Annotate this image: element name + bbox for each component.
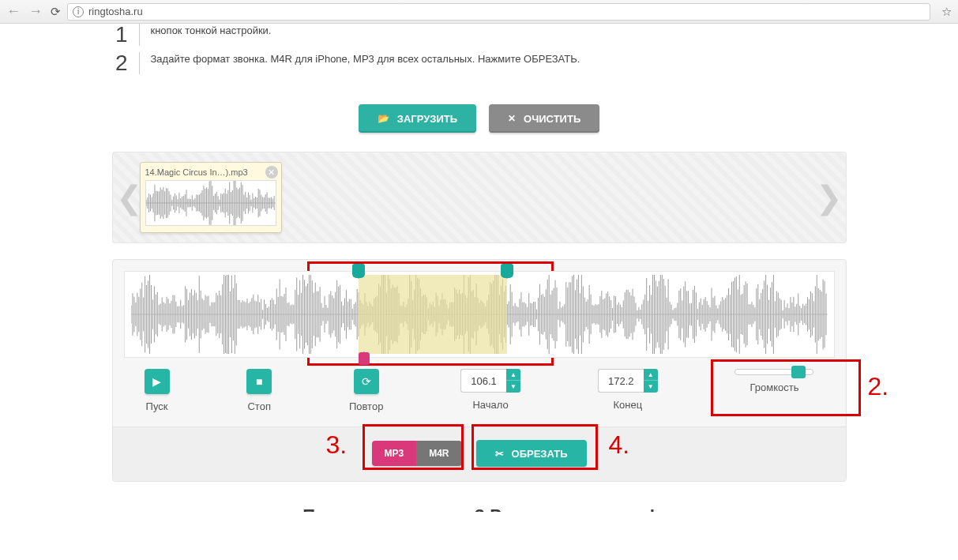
cut-button-label: ОБРЕЗАТЬ (512, 448, 568, 460)
instructions-block: 1 кнопок тонкой настройки. 2 Задайте фор… (112, 24, 847, 90)
file-name: 14.Magic Circus In…).mp3 (145, 167, 276, 177)
play-icon: ▶ (152, 375, 161, 388)
step-text: кнопок тонкой настройки. (139, 24, 272, 46)
remove-file-icon[interactable]: ✕ (265, 166, 278, 179)
end-time-input[interactable] (598, 369, 644, 393)
end-down-button[interactable]: ▼ (644, 381, 658, 393)
format-toggle: MP3 M4R (372, 441, 462, 466)
step-number: 1 (112, 24, 128, 46)
volume-thumb[interactable] (791, 366, 806, 378)
clear-button-label: ОЧИСТИТЬ (524, 113, 580, 125)
file-strip: ❮ ✕ 14.Magic Circus In…).mp3 ❯ (112, 152, 847, 243)
volume-group: 2. Громкость (734, 369, 813, 393)
annotation-3: 3. (326, 430, 348, 460)
editor-panel: 1. ▶ Пуск ■ Стоп (112, 259, 847, 482)
start-group: ▲ ▼ Начало (460, 369, 520, 411)
clear-button[interactable]: ✕ ОЧИСТИТЬ (489, 104, 599, 133)
strip-next-icon[interactable]: ❯ (816, 179, 843, 216)
cut-button[interactable]: ✂ ОБРЕЗАТЬ (476, 440, 587, 467)
format-m4r-button[interactable]: M4R (416, 441, 461, 466)
end-up-button[interactable]: ▲ (644, 369, 658, 381)
footer-teaser: Понравился сервис? Расскажи друзьям! (112, 506, 847, 512)
play-label: Пуск (146, 400, 168, 412)
url-text: ringtosha.ru (88, 6, 143, 17)
repeat-button[interactable]: ⟳ (354, 369, 379, 394)
back-icon[interactable]: ← (6, 3, 21, 20)
bottom-row: 3. 4. MP3 M4R ✂ ОБРЕЗАТЬ (113, 427, 846, 481)
scissors-icon: ✂ (495, 448, 504, 460)
selection-end-handle[interactable] (501, 264, 513, 278)
load-button-label: ЗАГРУЗИТЬ (397, 113, 457, 125)
site-info-icon[interactable]: i (73, 6, 84, 17)
start-time-input[interactable] (460, 369, 506, 393)
play-button[interactable]: ▶ (145, 369, 170, 394)
step-number: 2 (112, 52, 128, 74)
volume-slider[interactable] (734, 369, 813, 375)
end-group: ▲ ▼ Конец (598, 369, 658, 411)
stop-button[interactable]: ■ (246, 369, 272, 394)
file-thumbnail-wave (145, 180, 276, 226)
repeat-group: ⟳ Повтор (349, 369, 383, 412)
close-icon: ✕ (508, 113, 516, 124)
strip-prev-icon[interactable]: ❮ (116, 179, 143, 216)
repeat-label: Повтор (349, 400, 383, 412)
load-button[interactable]: 📂 ЗАГРУЗИТЬ (359, 104, 476, 133)
step-2: 2 Задайте формат звонка. M4R для iPhone,… (112, 52, 847, 74)
step-1: 1 кнопок тонкой настройки. (112, 24, 847, 46)
controls-row: ▶ Пуск ■ Стоп ⟳ Повтор ▲ (113, 358, 846, 427)
playhead-handle[interactable] (359, 352, 370, 365)
reload-icon[interactable]: ⟳ (51, 5, 61, 19)
bookmark-star-icon[interactable]: ☆ (941, 5, 952, 19)
play-group: ▶ Пуск (145, 369, 170, 412)
address-bar[interactable]: i ringtosha.ru (67, 3, 930, 21)
forward-icon[interactable]: → (28, 3, 43, 20)
start-down-button[interactable]: ▼ (506, 381, 520, 393)
stop-icon: ■ (256, 375, 262, 388)
selection-region[interactable] (359, 275, 508, 354)
repeat-icon: ⟳ (362, 375, 371, 388)
file-card[interactable]: ✕ 14.Magic Circus In…).mp3 (140, 162, 282, 233)
start-up-button[interactable]: ▲ (506, 369, 520, 381)
format-mp3-button[interactable]: MP3 (372, 441, 417, 466)
stop-label: Стоп (247, 400, 270, 412)
step-text: Задайте формат звонка. M4R для iPhone, M… (139, 52, 580, 74)
folder-open-icon: 📂 (378, 113, 389, 124)
selection-start-handle[interactable] (352, 264, 365, 278)
stop-group: ■ Стоп (246, 369, 272, 412)
waveform-area[interactable] (124, 271, 835, 358)
volume-label: Громкость (749, 381, 798, 393)
annotation-2: 2. (867, 372, 888, 401)
browser-toolbar: ← → ⟳ i ringtosha.ru ☆ (0, 0, 958, 24)
annotation-4: 4. (609, 430, 630, 460)
start-label: Начало (472, 399, 508, 411)
end-label: Конец (613, 399, 642, 411)
